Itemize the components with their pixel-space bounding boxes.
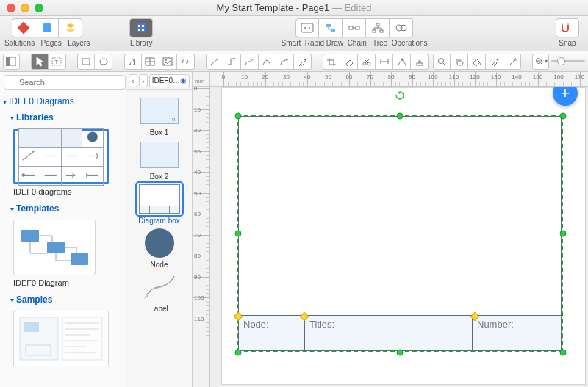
line-tool[interactable]: [206, 54, 223, 70]
svg-rect-10: [326, 24, 331, 27]
lib-item-diagram-box[interactable]: Diagram box: [131, 184, 187, 225]
stamp-tool[interactable]: [411, 54, 429, 70]
library-thumb-idef0[interactable]: [13, 129, 109, 184]
svg-rect-2: [137, 23, 146, 32]
svg-rect-66: [24, 322, 39, 332]
svg-point-58: [22, 173, 26, 177]
rotate-handle[interactable]: [395, 91, 404, 100]
doc-title: My Start Template - Page1: [217, 2, 330, 13]
text-tool[interactable]: T: [49, 54, 66, 70]
tree-libraries[interactable]: Libraries: [0, 109, 126, 126]
search-input[interactable]: [4, 75, 126, 90]
lib-item-box1[interactable]: n Box 1: [131, 95, 187, 137]
svg-rect-64: [71, 253, 88, 265]
handle-nw[interactable]: [235, 113, 242, 120]
rapid-draw-button[interactable]: [319, 18, 343, 37]
handle-n[interactable]: [397, 113, 404, 120]
select-tool[interactable]: [31, 54, 49, 70]
image-tool[interactable]: [159, 54, 177, 70]
svg-point-39: [401, 58, 403, 60]
solutions-button[interactable]: [12, 18, 35, 37]
lib-dropdown[interactable]: IDEF0…◉: [149, 74, 190, 87]
svg-point-9: [309, 27, 310, 29]
snap-button[interactable]: [556, 18, 579, 37]
svg-rect-23: [6, 57, 10, 66]
bezier-tool[interactable]: [259, 54, 276, 70]
svg-rect-11: [331, 29, 335, 32]
lib-item-node[interactable]: Node: [131, 228, 187, 269]
snap-label: Snap: [559, 39, 576, 47]
lib-fwd-button[interactable]: ›: [139, 74, 148, 87]
svg-line-33: [211, 59, 218, 65]
chain-button[interactable]: [343, 18, 366, 37]
zoom-slider[interactable]: [551, 60, 585, 62]
lib-item-box2[interactable]: Box 2: [131, 140, 187, 181]
doc-status: Edited: [345, 2, 372, 13]
svg-rect-7: [301, 23, 313, 32]
ellipse-tool[interactable]: [95, 54, 112, 70]
svg-rect-1: [43, 23, 51, 32]
smart-connector-tool[interactable]: [223, 54, 241, 70]
svg-rect-6: [142, 29, 144, 31]
svg-rect-68: [62, 317, 102, 360]
svg-rect-4: [142, 25, 144, 27]
svg-point-43: [480, 63, 481, 65]
svg-rect-26: [82, 59, 90, 65]
svg-point-27: [100, 59, 107, 65]
zoom-out-button[interactable]: ▾: [532, 54, 549, 70]
ruler-vertical: 0102030405060708090100110: [193, 87, 210, 387]
handle-s[interactable]: [397, 350, 404, 356]
sidebar-toggle-button[interactable]: [3, 54, 20, 70]
svg-rect-15: [376, 23, 379, 26]
handle-e[interactable]: [560, 231, 567, 237]
spline-tool[interactable]: [241, 54, 259, 70]
cut-tool[interactable]: [358, 54, 376, 70]
dimension-tool[interactable]: [376, 54, 393, 70]
svg-rect-16: [373, 30, 376, 32]
arc-tool[interactable]: [276, 54, 294, 70]
svg-rect-13: [356, 26, 359, 29]
eyedropper-tool[interactable]: [294, 54, 312, 70]
color-picker-tool[interactable]: [486, 54, 503, 70]
handle-w[interactable]: [235, 231, 242, 237]
point-edit-tool[interactable]: [393, 54, 411, 70]
tree-templates[interactable]: Templates: [0, 200, 126, 217]
crop-tool[interactable]: [323, 54, 340, 70]
svg-point-32: [165, 59, 167, 61]
svg-rect-62: [21, 230, 39, 242]
template-thumb-idef0[interactable]: [13, 220, 96, 275]
lib-back-button[interactable]: ‹: [129, 74, 137, 87]
fill-tool[interactable]: [468, 54, 486, 70]
layers-button[interactable]: [59, 18, 82, 37]
link-tool[interactable]: [177, 54, 195, 70]
svg-rect-12: [349, 26, 353, 29]
svg-rect-40: [417, 63, 423, 65]
svg-line-45: [510, 59, 515, 65]
tree-samples[interactable]: Samples: [0, 292, 126, 308]
lib-item-label[interactable]: Label: [131, 272, 187, 313]
svg-point-41: [439, 58, 444, 63]
svg-rect-0: [18, 22, 30, 35]
handle-ne[interactable]: [560, 113, 567, 120]
tree-root[interactable]: IDEF0 Diagrams: [0, 93, 126, 109]
svg-point-8: [304, 27, 306, 29]
ruler-horizontal: 0102030405060708090100110120130140150160…: [210, 72, 588, 87]
erase-tool[interactable]: [340, 54, 358, 70]
sample-thumb[interactable]: [13, 311, 109, 366]
tree-button[interactable]: [366, 18, 390, 37]
zoom-tool[interactable]: [433, 54, 451, 70]
magic-wand-tool[interactable]: [503, 54, 521, 70]
text-shape-tool[interactable]: A: [124, 54, 142, 70]
canvas[interactable]: mm 0102030405060708090100110120130140150…: [193, 72, 588, 387]
handle-se[interactable]: [560, 350, 567, 356]
operations-button[interactable]: [390, 18, 413, 37]
pan-tool[interactable]: [451, 54, 468, 70]
handle-sw[interactable]: [235, 350, 242, 356]
pages-button[interactable]: [35, 18, 59, 37]
rect-tool[interactable]: [77, 54, 95, 70]
smart-button[interactable]: [295, 18, 319, 37]
shape-toolbar: T A ▾: [0, 51, 588, 72]
library-button[interactable]: [129, 18, 153, 37]
svg-text:T: T: [55, 59, 59, 65]
table-tool[interactable]: [142, 54, 159, 70]
